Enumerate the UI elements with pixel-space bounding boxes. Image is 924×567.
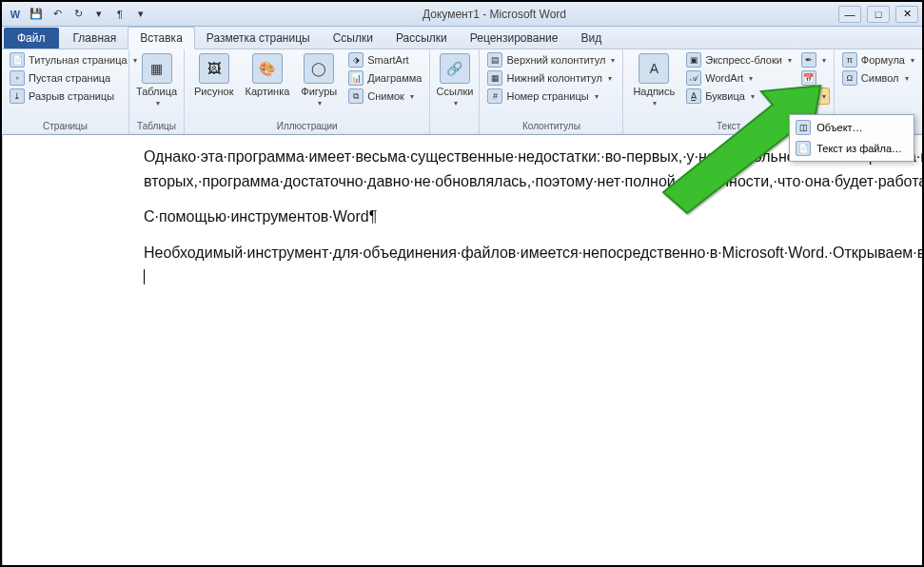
chart-button[interactable]: 📊Диаграмма	[344, 69, 425, 87]
tab-page-layout[interactable]: Разметка страницы	[195, 28, 322, 49]
group-pages: 📄Титульная страница▾ ▫Пустая страница ⤓Р…	[2, 49, 129, 134]
page-break-label: Разрыв страницы	[29, 90, 114, 102]
clipart-label: Картинка	[246, 86, 290, 97]
wordart-label: WordArt	[705, 72, 743, 84]
window-title: Документ1 - Microsoft Word	[150, 8, 838, 21]
menu-item-object[interactable]: ◫Объект…	[792, 117, 912, 138]
group-header-footer-title: Колонтитулы	[483, 120, 619, 132]
cover-page-button[interactable]: 📄Титульная страница▾	[6, 51, 141, 68]
minimize-button[interactable]: —	[838, 6, 861, 23]
maximize-button[interactable]: □	[867, 6, 890, 23]
menu-item-object-label: Объект…	[816, 122, 862, 133]
object-dropdown-menu: ◫Объект… 📄Текст из файла…	[789, 114, 914, 162]
blank-page-label: Пустая страница	[29, 72, 110, 84]
drop-cap-button[interactable]: A̲Буквица▾	[682, 88, 796, 105]
group-links: 🔗Ссылки▾	[430, 49, 480, 134]
shapes-label: Фигуры	[301, 86, 337, 97]
date-time-button[interactable]: 📅	[797, 69, 830, 87]
word-icon[interactable]: W	[6, 5, 25, 24]
group-links-title	[434, 120, 475, 132]
text-cursor	[144, 269, 145, 284]
symbol-button[interactable]: ΩСимвол▾	[838, 69, 918, 87]
tab-file[interactable]: Файл	[4, 28, 59, 49]
textbox-button[interactable]: AНадпись▾	[627, 51, 680, 109]
redo-icon[interactable]: ↻	[69, 5, 88, 24]
header-icon: ▤	[487, 52, 502, 68]
object-button[interactable]: ◫▾	[797, 88, 830, 105]
menu-item-text-from-file[interactable]: 📄Текст из файла…	[792, 138, 912, 159]
equation-label: Формула	[861, 54, 905, 66]
date-time-icon: 📅	[801, 70, 816, 86]
equation-button[interactable]: πФормула▾	[838, 51, 918, 68]
object-icon: ◫	[801, 88, 816, 104]
screenshot-icon: ⧉	[348, 88, 364, 104]
symbol-icon: Ω	[842, 70, 857, 86]
tab-insert[interactable]: Вставка	[128, 27, 195, 49]
quick-parts-icon: ▣	[686, 52, 701, 68]
blank-page-icon: ▫	[10, 70, 25, 86]
group-header-footer: ▤Верхний колонтитул▾ ▦Нижний колонтитул▾…	[480, 49, 623, 134]
undo-icon[interactable]: ↶	[48, 5, 67, 24]
picture-label: Рисунок	[194, 86, 234, 97]
page-number-button[interactable]: #Номер страницы▾	[483, 88, 619, 105]
header-label: Верхний колонтитул	[506, 54, 605, 66]
document-page[interactable]: Однако·эта·программа·имеет·весьма·сущест…	[3, 135, 924, 565]
group-tables-title: Таблицы	[133, 120, 180, 132]
tab-mailings[interactable]: Рассылки	[384, 28, 459, 49]
signature-icon: ✒	[801, 52, 816, 68]
footer-button[interactable]: ▦Нижний колонтитул▾	[483, 69, 619, 87]
smartart-icon: ⬗	[348, 52, 364, 68]
group-illustrations-title: Иллюстрации	[188, 120, 425, 132]
smartart-label: SmartArt	[367, 54, 408, 66]
clipart-button[interactable]: 🎨Картинка	[240, 51, 296, 99]
wordart-button[interactable]: 𝒜WordArt▾	[682, 69, 796, 87]
group-illustrations: 🖼Рисунок 🎨Картинка ◯Фигуры▾ ⬗SmartArt 📊Д…	[185, 49, 430, 134]
title-bar: W 💾 ↶ ↻ ▾ ¶ ▾ Документ1 - Microsoft Word…	[2, 2, 922, 27]
hyperlink-label: Ссылки	[437, 86, 474, 97]
page-number-label: Номер страницы	[506, 90, 588, 102]
save-icon[interactable]: 💾	[27, 5, 46, 24]
tab-references[interactable]: Ссылки	[322, 28, 384, 49]
quick-parts-button[interactable]: ▣Экспресс-блоки▾	[682, 51, 796, 68]
tab-view[interactable]: Вид	[569, 28, 613, 49]
footer-label: Нижний колонтитул	[506, 72, 601, 84]
symbol-label: Символ	[861, 72, 899, 84]
picture-icon: 🖼	[199, 53, 229, 84]
drop-cap-icon: A̲	[686, 88, 701, 104]
signature-button[interactable]: ✒▾	[797, 51, 830, 68]
paragraph-2[interactable]: С·помощью·инструментов·Word¶	[144, 205, 924, 229]
drop-cap-label: Буквица	[705, 90, 745, 102]
table-button[interactable]: ▦ Таблица▾	[130, 51, 183, 109]
hyperlink-button[interactable]: 🔗Ссылки▾	[431, 51, 480, 109]
table-label: Таблица	[136, 86, 177, 97]
wordart-icon: 𝒜	[686, 70, 701, 86]
tab-home[interactable]: Главная	[62, 28, 128, 49]
shapes-button[interactable]: ◯Фигуры▾	[295, 51, 343, 109]
blank-page-button[interactable]: ▫Пустая страница	[6, 69, 141, 87]
chart-icon: 📊	[348, 70, 364, 86]
screenshot-button[interactable]: ⧉Снимок▾	[344, 88, 425, 105]
chart-label: Диаграмма	[367, 72, 422, 84]
qat-dropdown-icon[interactable]: ▾	[131, 5, 150, 24]
header-button[interactable]: ▤Верхний колонтитул▾	[483, 51, 619, 68]
close-button[interactable]: ✕	[895, 6, 918, 23]
qat-icon[interactable]: ¶	[110, 5, 129, 24]
document-content[interactable]: Однако·эта·программа·имеет·весьма·сущест…	[3, 143, 924, 289]
page-number-icon: #	[487, 88, 502, 104]
ribbon-tabs: Файл Главная Вставка Разметка страницы С…	[2, 27, 922, 49]
group-tables: ▦ Таблица▾ Таблицы	[129, 49, 185, 134]
document-area: Однако·эта·программа·имеет·весьма·сущест…	[2, 135, 922, 565]
tab-review[interactable]: Рецензирование	[459, 28, 570, 49]
footer-icon: ▦	[487, 70, 502, 86]
paragraph-3[interactable]: Необходимый·инструмент·для·объединения·ф…	[144, 241, 924, 289]
page-break-icon: ⤓	[10, 88, 25, 104]
screenshot-label: Снимок	[367, 90, 404, 102]
shapes-icon: ◯	[304, 53, 334, 84]
hyperlink-icon: 🔗	[440, 53, 470, 84]
paragraph-3-text: Необходимый·инструмент·для·объединения·ф…	[144, 244, 924, 261]
page-break-button[interactable]: ⤓Разрыв страницы	[6, 88, 141, 105]
table-icon: ▦	[142, 53, 172, 84]
qat-customize-icon[interactable]: ▾	[89, 5, 108, 24]
picture-button[interactable]: 🖼Рисунок	[188, 51, 240, 99]
smartart-button[interactable]: ⬗SmartArt	[344, 51, 425, 68]
